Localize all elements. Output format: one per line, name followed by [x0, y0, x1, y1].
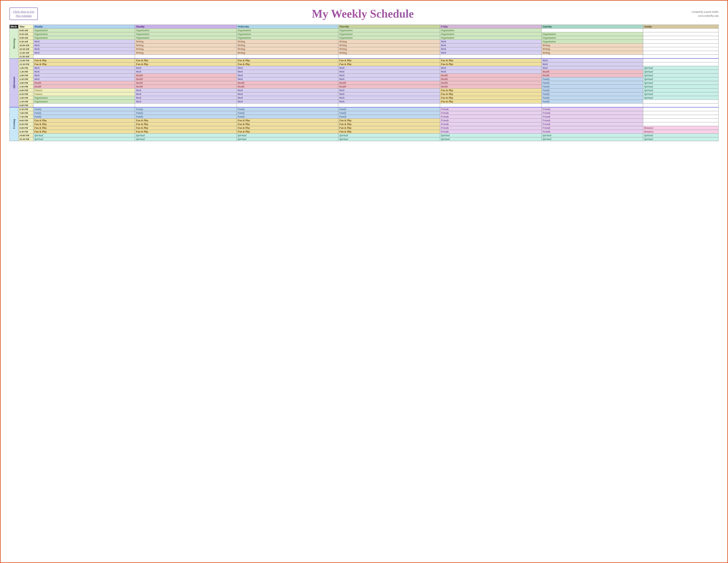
time-cell: 8:00 AM — [18, 29, 33, 32]
activity-cell: Health — [542, 74, 643, 77]
activity-cell: Fun & Play — [33, 122, 135, 126]
activity-cell — [440, 104, 541, 107]
activity-cell: Family — [338, 115, 440, 119]
activity-cell: Family — [542, 100, 643, 104]
activity-cell: Organization — [338, 36, 440, 40]
activity-cell: Work — [440, 66, 541, 70]
activity-cell: Organization — [33, 36, 135, 40]
activity-cell: Writing — [542, 44, 643, 47]
activity-cell: Writing — [338, 51, 440, 55]
activity-cell: Friends — [542, 122, 643, 126]
activity-cell: Friends — [542, 115, 643, 119]
activity-cell: Health — [440, 77, 541, 81]
activity-cell: Spiritual — [237, 137, 338, 141]
table-row: 10:00 AMWorkWritingWritingWritingWorkWri… — [10, 44, 719, 47]
activity-cell: Family — [33, 107, 135, 111]
time-cell: 4:00 PM — [18, 89, 33, 92]
table-row: 6:00 PM — [10, 104, 719, 107]
activity-cell: Work — [542, 66, 643, 70]
activity-cell: Work — [33, 74, 135, 77]
activity-cell: Organization — [237, 32, 338, 36]
activity-cell — [643, 119, 719, 122]
table-row: 12:30 PMFun & PlayFun & PlayFun & PlayFu… — [10, 62, 719, 66]
activity-cell: Family — [33, 111, 135, 115]
activity-cell: Organization — [237, 36, 338, 40]
activity-cell — [338, 55, 440, 59]
activity-cell: Health — [135, 74, 237, 77]
activity-cell: Fun & Play — [338, 122, 440, 126]
activity-cell: Fun & Play — [135, 122, 237, 126]
activity-cell: Friends — [542, 107, 643, 111]
activity-cell: Friends — [440, 130, 541, 134]
how-to-button[interactable]: Click: How to Use This Schedule — [9, 7, 38, 20]
time-cell: 2:30 PM — [18, 77, 33, 81]
block-cell-afternoon: Afternoon — [10, 58, 18, 107]
activity-cell — [643, 32, 719, 36]
activity-cell — [643, 115, 719, 119]
activity-cell: Fun & Play — [237, 130, 338, 134]
activity-cell: Work — [338, 92, 440, 96]
activity-cell: Work — [338, 96, 440, 100]
activity-cell: Organization — [135, 36, 237, 40]
activity-cell: Health — [237, 85, 338, 89]
time-cell: 2:00 PM — [18, 74, 33, 77]
activity-cell: Organization — [33, 29, 135, 32]
activity-cell: Friends — [440, 119, 541, 122]
activity-cell — [643, 29, 719, 32]
activity-cell: Family — [542, 92, 643, 96]
activity-cell: Work — [237, 96, 338, 100]
activity-cell: Friends — [542, 130, 643, 134]
activity-cell: Fun & Play — [33, 130, 135, 134]
activity-cell: Fun & Play — [440, 92, 541, 96]
activity-cell: Friends — [440, 107, 541, 111]
activity-cell: Organization — [542, 40, 643, 44]
activity-cell: Work — [135, 100, 237, 104]
table-row: 9:30 PMFun & PlayFun & PlayFun & PlayFun… — [10, 130, 719, 134]
activity-cell: Writing — [135, 47, 237, 51]
time-cell: 11:30 AM — [18, 55, 33, 59]
table-row: 8:30 AMOrganizationOrganizationOrganizat… — [10, 32, 719, 36]
activity-cell: Spiritual — [643, 89, 719, 92]
time-cell: 10:30 PM — [18, 137, 33, 141]
activity-cell: Finance — [33, 92, 135, 96]
table-row: 7:00 PMFamilyFamilyFamilyFamilyFriendsFr… — [10, 111, 719, 115]
activity-cell: Writing — [542, 47, 643, 51]
activity-cell — [135, 55, 237, 59]
activity-cell — [643, 104, 719, 107]
activity-cell — [33, 55, 135, 59]
table-row: 3:00 PMHealthHealthHealthHealthHealthFam… — [10, 81, 719, 85]
activity-cell: Family — [542, 85, 643, 89]
activity-cell: Fun & Play — [237, 62, 338, 66]
activity-cell: Work — [338, 100, 440, 104]
activity-cell: Work — [338, 89, 440, 92]
table-row: 4:00 PMFinanceWorkWorkWorkFun & PlayFami… — [10, 89, 719, 92]
activity-cell: Work — [33, 77, 135, 81]
activity-cell — [542, 55, 643, 59]
time-cell: 12:30 PM — [18, 62, 33, 66]
activity-cell: Work — [338, 70, 440, 74]
activity-cell: Family — [33, 115, 135, 119]
credit: Created by Lauren Soffer www.writerfly.c… — [688, 10, 719, 18]
table-row: 1:30 PMWorkWorkWorkWorkWorkHealthSpiritu… — [10, 70, 719, 74]
activity-cell — [237, 104, 338, 107]
table-row: 11:30 AM — [10, 55, 719, 59]
activity-cell: Spiritual — [542, 137, 643, 141]
activity-cell: Organization — [338, 29, 440, 32]
table-row: 9:00 PMFun & PlayFun & PlayFun & PlayFun… — [10, 126, 719, 130]
table-row: 9:00 AMOrganizationOrganizationOrganizat… — [10, 36, 719, 40]
activity-cell — [237, 55, 338, 59]
activity-cell: Family — [338, 107, 440, 111]
col-header-friday: Friday — [440, 25, 541, 29]
activity-cell: Work — [440, 44, 541, 47]
credit-line2: www.writerfly.com — [698, 14, 719, 17]
activity-cell: Work — [33, 51, 135, 55]
col-header-wednesday: Wednesday — [237, 25, 338, 29]
col-header-tuesday: Tuesday — [135, 25, 237, 29]
activity-cell: Work — [33, 66, 135, 70]
activity-cell: Health — [440, 81, 541, 85]
table-row: 3:30 PMHealthHealthHealthHealthHealthFam… — [10, 85, 719, 89]
time-cell: 5:30 PM — [18, 100, 33, 104]
activity-cell: Fun & Play — [237, 122, 338, 126]
activity-cell — [643, 40, 719, 44]
time-cell: 8:00 PM — [18, 119, 33, 122]
